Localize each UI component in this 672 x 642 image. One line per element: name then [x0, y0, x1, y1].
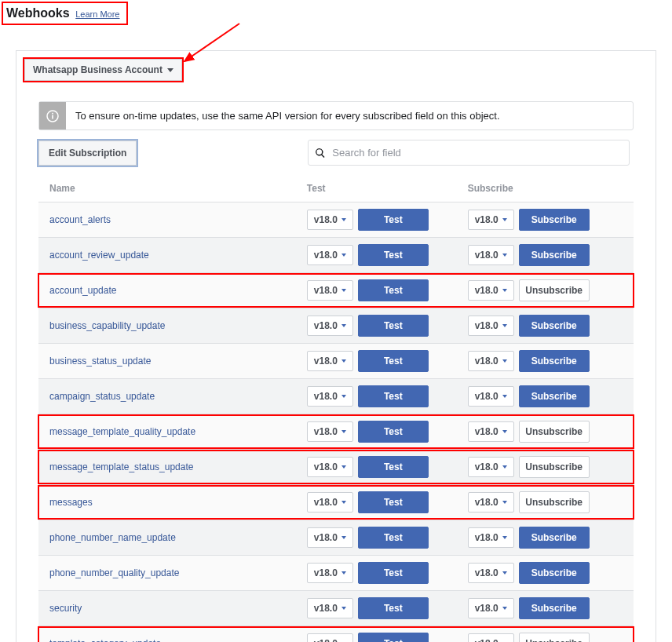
- caret-down-icon: [502, 607, 507, 610]
- version-dropdown[interactable]: v18.0: [307, 386, 353, 407]
- version-dropdown[interactable]: v18.0: [468, 421, 514, 442]
- test-button[interactable]: Test: [358, 633, 429, 642]
- account-dropdown[interactable]: Whatsapp Business Account: [24, 59, 182, 81]
- field-name-link[interactable]: business_status_update: [49, 356, 151, 367]
- field-name-link[interactable]: security: [49, 603, 82, 614]
- subscribe-button[interactable]: Subscribe: [519, 385, 590, 407]
- test-button[interactable]: Test: [358, 244, 429, 266]
- caret-down-icon: [341, 430, 346, 433]
- caret-down-icon: [341, 395, 346, 398]
- search-input[interactable]: [332, 144, 623, 162]
- account-dropdown-highlight: Whatsapp Business Account: [23, 57, 184, 82]
- version-dropdown[interactable]: v18.0: [307, 527, 353, 548]
- version-dropdown[interactable]: v18.0: [468, 280, 514, 301]
- svg-rect-2: [52, 115, 53, 119]
- caret-down-icon: [341, 571, 346, 575]
- test-button[interactable]: Test: [358, 209, 429, 231]
- version-dropdown[interactable]: v18.0: [468, 351, 514, 371]
- table-row: phone_number_name_updatev18.0Testv18.0Su…: [38, 520, 634, 556]
- field-name-link[interactable]: messages: [49, 497, 93, 508]
- version-dropdown[interactable]: v18.0: [468, 563, 514, 583]
- version-dropdown[interactable]: v18.0: [468, 492, 514, 513]
- test-button[interactable]: Test: [358, 421, 429, 443]
- table-row: account_updatev18.0Testv18.0Unsubscribe: [38, 273, 634, 308]
- info-bar: To ensure on-time updates, use the same …: [38, 101, 634, 130]
- version-dropdown[interactable]: v18.0: [307, 492, 353, 513]
- subscribe-button[interactable]: Subscribe: [519, 209, 590, 231]
- version-dropdown[interactable]: v18.0: [468, 527, 514, 548]
- subscribe-button[interactable]: Subscribe: [519, 315, 590, 337]
- caret-down-icon: [502, 501, 507, 504]
- caret-down-icon: [502, 359, 507, 363]
- search-field-wrap[interactable]: [308, 140, 630, 166]
- field-name-link[interactable]: phone_number_name_update: [49, 532, 176, 543]
- unsubscribe-button[interactable]: Unsubscribe: [519, 421, 590, 443]
- test-button[interactable]: Test: [358, 597, 429, 619]
- table-row: campaign_status_updatev18.0Testv18.0Subs…: [38, 379, 634, 414]
- field-name-link[interactable]: message_template_quality_update: [49, 426, 195, 437]
- subscribe-button[interactable]: Subscribe: [519, 597, 590, 619]
- subscribe-button[interactable]: Subscribe: [519, 350, 590, 372]
- version-dropdown[interactable]: v18.0: [307, 598, 353, 618]
- field-name-link[interactable]: account_review_update: [49, 250, 149, 261]
- version-dropdown[interactable]: v18.0: [468, 210, 514, 230]
- account-dropdown-label: Whatsapp Business Account: [33, 64, 163, 75]
- test-button[interactable]: Test: [358, 279, 429, 301]
- col-header-subscribe: Subscribe: [457, 175, 634, 202]
- field-name-link[interactable]: account_alerts: [49, 214, 111, 225]
- table-row: phone_number_quality_updatev18.0Testv18.…: [38, 556, 634, 591]
- caret-down-icon: [341, 254, 346, 257]
- version-dropdown[interactable]: v18.0: [468, 598, 514, 618]
- caret-down-icon: [502, 465, 507, 469]
- unsubscribe-button[interactable]: Unsubscribe: [519, 491, 590, 513]
- version-dropdown[interactable]: v18.0: [307, 563, 353, 583]
- test-button[interactable]: Test: [358, 456, 429, 478]
- version-dropdown[interactable]: v18.0: [307, 316, 353, 336]
- version-dropdown[interactable]: v18.0: [468, 245, 514, 265]
- caret-down-icon: [341, 289, 346, 292]
- version-dropdown[interactable]: v18.0: [307, 245, 353, 265]
- version-dropdown[interactable]: v18.0: [307, 457, 353, 477]
- subscribe-button[interactable]: Subscribe: [519, 562, 590, 584]
- field-name-link[interactable]: business_capability_update: [49, 320, 165, 331]
- edit-subscription-button[interactable]: Edit Subscription: [38, 140, 137, 166]
- field-name-link[interactable]: account_update: [49, 285, 116, 296]
- test-button[interactable]: Test: [358, 562, 429, 584]
- version-dropdown[interactable]: v18.0: [307, 351, 353, 371]
- caret-down-icon: [341, 465, 346, 469]
- test-button[interactable]: Test: [358, 315, 429, 337]
- field-name-link[interactable]: campaign_status_update: [49, 391, 155, 402]
- version-dropdown[interactable]: v18.0: [307, 210, 353, 230]
- test-button[interactable]: Test: [358, 527, 429, 549]
- version-dropdown[interactable]: v18.0: [307, 421, 353, 442]
- version-dropdown[interactable]: v18.0: [307, 633, 353, 642]
- table-row: message_template_quality_updatev18.0Test…: [38, 414, 634, 450]
- caret-down-icon: [502, 289, 507, 292]
- field-name-link[interactable]: template_category_update: [49, 638, 161, 642]
- test-button[interactable]: Test: [358, 491, 429, 513]
- search-icon: [315, 148, 326, 159]
- field-name-link[interactable]: message_template_status_update: [49, 461, 193, 472]
- version-dropdown[interactable]: v18.0: [307, 280, 353, 301]
- webhook-fields-table: Name Test Subscribe account_alertsv18.0T…: [38, 175, 634, 642]
- version-dropdown[interactable]: v18.0: [468, 633, 514, 642]
- version-dropdown[interactable]: v18.0: [468, 316, 514, 336]
- caret-down-icon: [341, 359, 346, 363]
- info-icon: [39, 102, 66, 129]
- subscribe-button[interactable]: Subscribe: [519, 244, 590, 266]
- caret-down-icon: [502, 324, 507, 327]
- version-dropdown[interactable]: v18.0: [468, 386, 514, 407]
- unsubscribe-button[interactable]: Unsubscribe: [519, 456, 590, 478]
- field-name-link[interactable]: phone_number_quality_update: [49, 567, 179, 578]
- table-row: account_review_updatev18.0Testv18.0Subsc…: [38, 238, 634, 273]
- version-dropdown[interactable]: v18.0: [468, 457, 514, 477]
- unsubscribe-button[interactable]: Unsubscribe: [519, 633, 590, 642]
- test-button[interactable]: Test: [358, 350, 429, 372]
- caret-down-icon: [502, 430, 507, 433]
- test-button[interactable]: Test: [358, 385, 429, 407]
- subscribe-button[interactable]: Subscribe: [519, 527, 590, 549]
- learn-more-link[interactable]: Learn More: [75, 9, 119, 19]
- webhooks-panel: Whatsapp Business Account To ensure on-t…: [16, 50, 656, 642]
- unsubscribe-button[interactable]: Unsubscribe: [519, 279, 590, 301]
- svg-rect-3: [52, 112, 53, 114]
